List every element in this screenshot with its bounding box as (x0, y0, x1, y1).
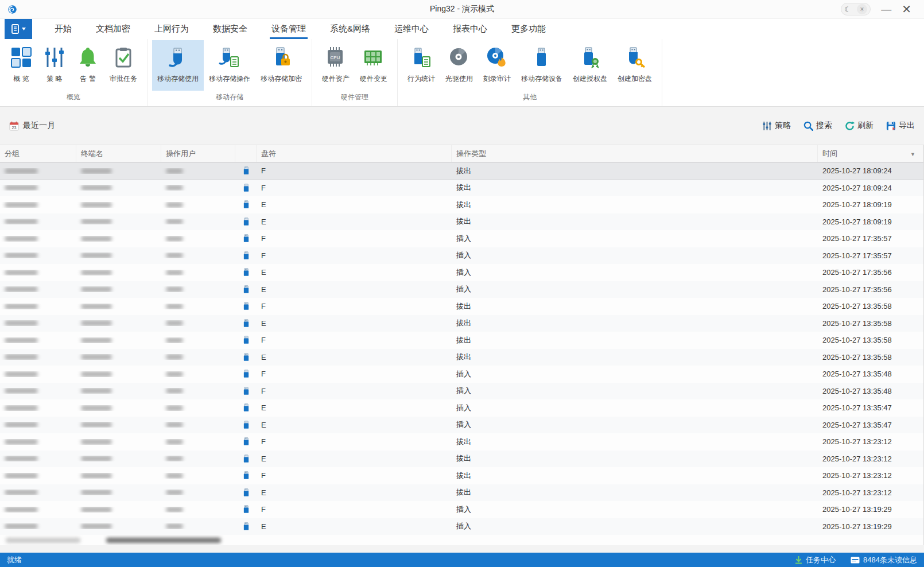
menu-tab-更多功能[interactable]: 更多功能 (499, 19, 558, 39)
column-header-操作类型[interactable]: 操作类型 (452, 145, 818, 162)
operation-type-cell: 插入 (452, 521, 818, 531)
ribbon-button-移动存储使用[interactable]: 移动存储使用 (152, 40, 204, 91)
table-row[interactable]: F插入2025-10-27 17:35:57 (0, 230, 923, 247)
task-center-label: 任务中心 (806, 555, 836, 565)
ribbon-button-移动存储设备[interactable]: 移动存储设备 (516, 40, 568, 91)
table-row[interactable]: E拔出2025-10-27 13:23:12 (0, 451, 923, 468)
usb-drive-icon (243, 285, 250, 294)
operation-type-cell: 拔出 (452, 471, 818, 481)
operation-type-cell: 拔出 (452, 200, 818, 210)
ribbon-button-label: 创建授权盘 (573, 74, 607, 84)
ribbon-button-策略[interactable]: 策 略 (38, 40, 71, 91)
menu-tab-运维中心[interactable]: 运维中心 (382, 19, 441, 39)
ribbon-button-光驱使用[interactable]: 光驱使用 (440, 40, 478, 91)
column-header-分组[interactable]: 分组 (0, 145, 76, 162)
table-row[interactable]: F拔出2025-10-27 13:23:12 (0, 467, 923, 484)
usb-drive-icon (243, 353, 250, 362)
task-center-button[interactable]: 任务中心 (795, 555, 836, 565)
sort-desc-icon[interactable]: ▼ (910, 152, 915, 157)
menu-tab-报表中心[interactable]: 报表中心 (441, 19, 499, 39)
ribbon-button-移动存储操作[interactable]: 移动存储操作 (204, 40, 255, 91)
timestamp-cell: 2025-10-27 17:35:57 (818, 234, 923, 243)
column-header-操作用户[interactable]: 操作用户 (161, 145, 235, 162)
timestamp-cell: 2025-10-27 17:35:57 (818, 251, 923, 260)
刷新-button[interactable]: 刷新 (845, 121, 873, 131)
搜索-button[interactable]: 搜索 (803, 121, 832, 131)
table-row[interactable]: F插入2025-10-27 17:35:57 (0, 247, 923, 265)
table-row[interactable]: E插入2025-10-27 13:35:47 (0, 399, 923, 417)
operation-type-cell: 拔出 (452, 335, 818, 345)
action-label: 搜索 (816, 121, 832, 131)
table-row[interactable]: E拔出2025-10-27 13:35:58 (0, 349, 923, 366)
table-row[interactable]: E拔出2025-10-27 13:35:58 (0, 315, 923, 332)
drive-letter-cell: F (257, 505, 452, 514)
table-row[interactable]: F拔出2025-10-27 18:09:24 (0, 162, 923, 180)
table-row[interactable]: F拔出2025-10-27 13:35:58 (0, 332, 923, 349)
menu-tab-系统&网络[interactable]: 系统&网络 (318, 19, 382, 39)
ribbon-button-审批任务[interactable]: 审批任务 (104, 40, 142, 91)
menu-tab-数据安全[interactable]: 数据安全 (201, 19, 259, 39)
column-header-盘符[interactable]: 盘符 (257, 145, 452, 162)
ribbon-button-硬件变更[interactable]: 硬件变更 (355, 40, 393, 91)
usb-drive-icon (243, 488, 250, 497)
redacted-text (166, 388, 183, 394)
menu-tab-文档加密[interactable]: 文档加密 (84, 19, 142, 39)
redacted-text (81, 253, 112, 258)
minimize-button[interactable]: — (881, 4, 891, 14)
menu-tab-开始[interactable]: 开始 (42, 19, 84, 39)
redacted-text (166, 371, 183, 377)
ribbon-button-创建加密盘[interactable]: 创建加密盘 (612, 40, 657, 91)
table-row[interactable]: E插入2025-10-27 17:35:56 (0, 264, 923, 281)
redacted-text (166, 286, 183, 292)
menu-tab-上网行为[interactable]: 上网行为 (142, 19, 201, 39)
redacted-text (5, 202, 38, 208)
ribbon-button-概览[interactable]: 概 览 (5, 40, 38, 91)
usb-drive-icon (243, 218, 250, 226)
table-row[interactable]: E插入2025-10-27 13:35:47 (0, 417, 923, 434)
ribbon-button-移动存储加密[interactable]: 移动存储加密 (255, 40, 307, 91)
ribbon-button-创建授权盘[interactable]: 创建授权盘 (568, 40, 612, 91)
ribbon-button-告警[interactable]: 告 警 (71, 40, 104, 91)
redacted-text (81, 286, 112, 292)
table-row[interactable]: E拔出2025-10-27 18:09:19 (0, 196, 923, 213)
table-row[interactable]: F插入2025-10-27 13:35:48 (0, 383, 923, 400)
ribbon-button-刻录审计[interactable]: 刻录审计 (478, 40, 516, 91)
导出-button[interactable]: 导出 (886, 121, 915, 131)
table-row[interactable]: F拔出2025-10-27 18:09:24 (0, 180, 923, 197)
ribbon-button-label: 移动存储操作 (209, 74, 250, 84)
operation-type-cell: 拔出 (452, 216, 818, 227)
timestamp-cell: 2025-10-27 13:35:58 (818, 353, 923, 362)
timestamp-cell: 2025-10-27 18:09:24 (818, 166, 923, 175)
table-row[interactable]: E拔出2025-10-27 18:09:19 (0, 213, 923, 231)
redacted-text (81, 202, 112, 208)
table-row[interactable]: F拔出2025-10-27 13:23:12 (0, 433, 923, 451)
table-row[interactable]: E拔出2025-10-27 13:23:12 (0, 484, 923, 502)
redacted-text (5, 439, 38, 445)
策略-button[interactable]: 策略 (762, 121, 791, 131)
timestamp-cell: 2025-10-27 13:23:12 (818, 471, 923, 480)
operation-type-cell: 拔出 (452, 487, 818, 498)
ribbon-button-硬件资产[interactable]: CPU硬件资产 (317, 40, 355, 91)
redacted-text (5, 253, 38, 258)
app-menu-button[interactable] (5, 19, 32, 39)
redacted-text (6, 538, 80, 543)
theme-toggle[interactable]: ☾ ☀ (841, 3, 871, 15)
redacted-text (5, 185, 38, 191)
table-row[interactable]: F拔出2025-10-27 13:35:58 (0, 298, 923, 315)
unread-messages-button[interactable]: 8484条未读信息 (851, 555, 917, 565)
column-header-时间[interactable]: 时间 (818, 145, 923, 162)
date-range-filter[interactable]: 23 最近一月 (9, 121, 55, 131)
usb-drive-icon (243, 387, 250, 395)
ribbon-group: 概 览策 略告 警审批任务概览 (0, 39, 147, 106)
table-row[interactable]: E插入2025-10-27 17:35:56 (0, 281, 923, 298)
close-button[interactable]: ✕ (902, 3, 911, 15)
table-row[interactable]: F插入2025-10-27 13:19:29 (0, 501, 923, 518)
table-row[interactable]: F插入2025-10-27 13:35:48 (0, 366, 923, 383)
table-row[interactable]: E插入2025-10-27 13:19:29 (0, 518, 923, 535)
column-header-icon[interactable] (235, 145, 257, 162)
ribbon-button-行为统计[interactable]: 行为统计 (402, 40, 440, 91)
column-header-终端名[interactable]: 终端名 (76, 145, 161, 162)
redacted-text (81, 422, 112, 428)
redacted-text (166, 253, 183, 258)
menu-tab-设备管理[interactable]: 设备管理 (259, 19, 318, 39)
